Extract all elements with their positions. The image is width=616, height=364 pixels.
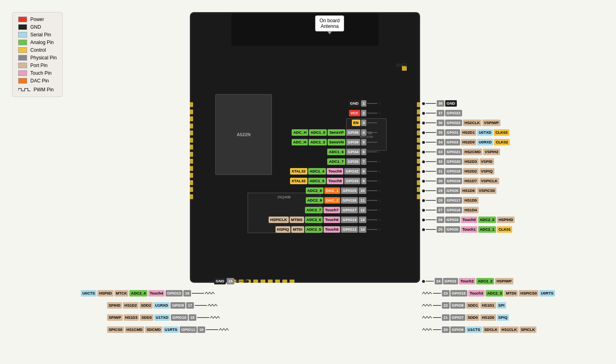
legend-gnd: GND — [18, 24, 57, 30]
pin-10-adc28: ADC2_8 — [306, 187, 324, 194]
analog-label: Analog Pin — [30, 40, 54, 45]
pin-14-gpio12: GPIO12 — [341, 226, 358, 233]
ant1-label: ANT1 — [396, 63, 408, 67]
pin-30-dot — [422, 180, 425, 183]
physical-color-swatch — [18, 55, 27, 61]
pin-21-wave — [422, 315, 432, 320]
pin-7-num: 7 — [361, 158, 366, 165]
pin-17-hs1d2: HS1D2 — [123, 302, 139, 309]
pin-1-dot — [378, 102, 381, 105]
pin-16-hspiid: HSPIID — [97, 290, 114, 297]
pin-22-wave — [422, 303, 432, 308]
pin-23-u0rts: U0RTS — [539, 290, 555, 297]
pin-12-adc27: ADC2_7 — [305, 207, 323, 213]
legend-pwm: PWM Pin — [18, 87, 57, 93]
serial-label: Serial Pin — [30, 32, 51, 38]
pin-17-row: SPIHD HS1D2 SDD2 U1RXD GPIO9 17 — [107, 302, 218, 309]
pin-12-num: 12 — [359, 207, 366, 213]
pin-6-row: ADC1_6 GPI34 6 — [327, 149, 381, 155]
pin-16-mtck: MTCK — [114, 290, 128, 297]
pin-38-dot — [422, 102, 425, 105]
pin-32-line — [426, 161, 436, 162]
pin-27-num: 27 — [437, 207, 444, 213]
pin-16-num: 16 — [183, 290, 191, 297]
pin-38-line — [426, 103, 436, 104]
pin-38-row: 38 GND — [422, 100, 457, 107]
pin-11-line — [367, 200, 377, 201]
pin-17-sdd2: SDD2 — [139, 302, 153, 309]
antenna-callout-text: On boardAntenna — [320, 18, 340, 29]
pin-6-adc16: ADC1_6 — [327, 149, 345, 155]
legend-analog: Analog Pin — [18, 40, 57, 45]
pin-21-line — [433, 317, 441, 318]
pin-17-spihd: SPIHD — [107, 302, 122, 309]
pin-31-dot — [422, 170, 425, 173]
pin-8-num: 8 — [361, 168, 366, 175]
pin-11-gpio26: GPIO26 — [341, 197, 358, 204]
pin-14-row: HSPIQ MTDI ADC2_5 Touch5 GPIO12 14 — [275, 226, 381, 233]
gnd-label: GND — [30, 24, 41, 30]
pin-28-hs1d5: HS1D5 — [463, 197, 479, 204]
pin-21-hs1d0: HS1D0 — [480, 314, 496, 321]
pin-22-gpio8: GPIO8 — [450, 302, 465, 309]
pin-33-vspih2: VSPIH2 — [483, 149, 500, 155]
pin-24-row: 24 GPIO2 Touch2 ADC2_2 HSPIWP — [422, 278, 513, 284]
pin-10-gpio25: GPIO25 — [341, 187, 358, 194]
pin-5-adc13: ADC1_3 — [309, 139, 326, 145]
pin-36-vspiwp: VSPIWP — [482, 120, 500, 126]
pin-14-mtdi: MTDI — [291, 226, 304, 233]
pin-26-gpio4: GPIO4 — [445, 217, 460, 223]
pin-5-num: 5 — [361, 139, 366, 145]
pin-25-row: 25 GPIO0 Touch1 ADC2_1 CLK01 — [422, 226, 512, 233]
serial-color-swatch — [18, 32, 27, 38]
pin-16-touch4: Touch4 — [148, 290, 165, 297]
pin-27-hs1d4: HS1D4 — [463, 207, 479, 213]
pin-27-line — [426, 210, 436, 210]
pin-3-row: EN 3 — [352, 120, 381, 126]
pin-35-dot — [422, 131, 425, 134]
pin-20-spiclk: SPICLK — [519, 326, 537, 333]
pin-30-vspiclk: VSPICLK — [479, 178, 499, 184]
pin-9-touch8: Touch8 — [327, 178, 343, 184]
pin-7-adc17: ADC1_7 — [327, 158, 345, 165]
pin-38-gnd: GND — [445, 100, 457, 107]
legend-port: Port Pin — [18, 63, 57, 68]
pin-2-dot — [378, 112, 381, 115]
pin-3-en: EN — [352, 120, 360, 126]
pin-38-num: 38 — [437, 100, 444, 107]
pin-26-hspihd: HSPIHD — [497, 217, 515, 223]
legend-touch: Touch Pin — [18, 70, 57, 76]
pin-24-dot — [422, 280, 425, 283]
pin-29-line — [426, 190, 436, 191]
left-pads — [190, 102, 193, 199]
port-color-swatch — [18, 63, 27, 68]
pin-18-hs1d3: HS1D3 — [124, 314, 139, 321]
pin-20-gpio6: GPIO6 — [450, 326, 465, 333]
pin-4-sensvp: SensVP — [328, 129, 345, 136]
pin-27-gpio16: GPIO16 — [445, 207, 462, 213]
legend-physical: Physical Pin — [18, 55, 57, 61]
pin-30-row: 30 GPIO18 HS1D7 VSPICLK — [422, 178, 499, 184]
pin-12-touch7: Touch7 — [324, 207, 340, 213]
pin-13-num: 13 — [359, 217, 366, 223]
pin-8-dot — [378, 170, 381, 173]
pin-3-line — [367, 122, 377, 123]
pin-5-dot — [378, 141, 381, 144]
pin-28-line — [426, 200, 436, 201]
pin-27-row: 27 GPIO16 HS1D4 — [422, 207, 479, 213]
pin-18-spiwp: SPIWP — [107, 314, 123, 321]
pin-19-gpio11: GPIO11 — [180, 326, 197, 333]
pin-9-xtal32b: XTAL32 — [290, 178, 307, 184]
pin-9-dot — [378, 180, 381, 183]
pin-19-line — [206, 329, 218, 330]
pin-5-sensvn: SensVN — [328, 139, 345, 145]
pin-31-hs2d2: HS2D2 — [463, 168, 479, 175]
pin-12-gpio27: GPIO27 — [341, 207, 358, 213]
pin-30-gpio18: GPIO18 — [445, 178, 462, 184]
pin-29-row: 29 GPIO5 HS1D6 VSPICS0 — [422, 187, 496, 194]
pin-25-num: 25 — [437, 226, 444, 233]
pin-16-adc24: ADC2_4 — [129, 290, 147, 297]
pin-18-wave — [210, 315, 220, 320]
pin-16-wave — [205, 291, 215, 296]
pin-34-line — [426, 142, 436, 143]
